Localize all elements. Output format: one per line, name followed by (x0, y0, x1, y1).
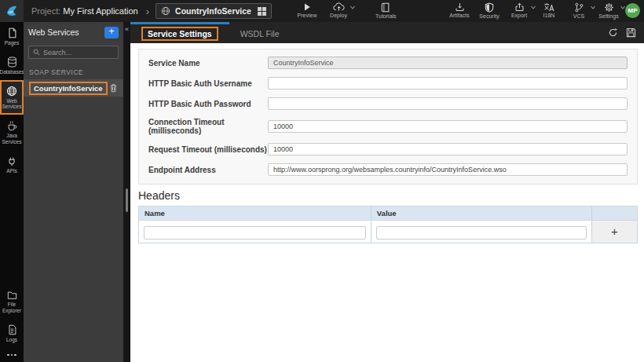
sidebar-item-pages[interactable]: Pages (0, 22, 24, 51)
save-button[interactable] (626, 27, 636, 38)
sidebar-more-button[interactable] (0, 348, 24, 362)
sidebar-item-logs[interactable]: Logs (0, 319, 24, 348)
service-name-highlighted[interactable]: CountryInfoService (29, 82, 108, 95)
user-avatar[interactable]: MP (625, 3, 640, 18)
settings-content: Service Name HTTP Basic Auth Username HT… (130, 43, 644, 362)
app-logo[interactable] (0, 0, 24, 22)
header-value-input[interactable] (376, 226, 587, 240)
headers-table-row: + (139, 220, 637, 243)
deploy-button[interactable]: Deploy (328, 2, 349, 18)
connection-timeout-label: Connection Timeout (milliseconds) (148, 118, 268, 135)
sidebar-label-databases: Databases (0, 69, 24, 75)
form-row-request-timeout: Request Timeout (milliseconds) (148, 143, 628, 155)
grid-toggle-icon[interactable] (258, 7, 266, 16)
breadcrumb-service-tab[interactable]: CountryInfoService (156, 3, 272, 19)
soap-service-section-label: SOAP SERVICE (29, 68, 118, 76)
artifacts-label: Artifacts (449, 13, 469, 18)
globe-icon (161, 6, 170, 16)
panel-divider: « (123, 22, 130, 362)
project-name: My First Application (63, 6, 137, 16)
tab-wsdl-file[interactable]: WSDL File (229, 22, 291, 43)
play-icon (302, 2, 312, 12)
header-name-cell (139, 221, 371, 243)
form-row-password: HTTP Basic Auth Password (148, 97, 628, 110)
tab-bar: Service Settings WSDL File (130, 22, 644, 43)
api-plug-icon (7, 155, 17, 166)
refresh-button[interactable] (608, 27, 618, 38)
ellipsis-icon (7, 354, 9, 357)
sidebar-label-logs: Logs (6, 337, 17, 343)
log-file-icon (7, 324, 17, 335)
sidebar-item-apis[interactable]: APIs (0, 150, 24, 179)
tab-service-settings-label: Service Settings (141, 27, 218, 41)
security-button[interactable]: Security (479, 2, 499, 19)
deploy-label: Deploy (330, 13, 347, 18)
sidebar-item-file-explorer[interactable]: File Explorer (0, 285, 24, 319)
globe-icon (6, 86, 17, 97)
auth-password-label: HTTP Basic Auth Password (148, 100, 268, 108)
left-nav-sidebar: Pages Databases Web Services Java Servic… (0, 22, 24, 362)
project-title: Project: My First Application (31, 6, 138, 16)
shield-icon (485, 2, 494, 13)
refresh-icon (608, 27, 618, 38)
sidebar-spacer (0, 179, 24, 286)
main-area: Service Settings WSDL File (130, 22, 644, 362)
add-service-button[interactable]: + (104, 27, 119, 38)
top-bar: Project: My First Application › CountryI… (0, 0, 644, 22)
form-row-endpoint: Endpoint Address (148, 163, 628, 176)
coffee-icon (7, 120, 17, 131)
database-icon (7, 57, 17, 68)
book-icon (381, 2, 390, 13)
service-list-item[interactable]: CountryInfoService (24, 79, 123, 97)
add-header-row-button[interactable]: + (608, 225, 621, 237)
chevron-down-icon (350, 5, 355, 9)
auth-password-input[interactable] (268, 97, 628, 110)
service-search (28, 46, 119, 59)
sidebar-label-file-explorer: File Explorer (2, 302, 22, 314)
upload-icon (514, 2, 525, 12)
security-label: Security (479, 13, 499, 19)
settings-button[interactable]: Settings (598, 2, 619, 19)
web-services-panel: Web Services + SOAP SERVICE CountryInfoS… (24, 22, 123, 362)
i18n-button[interactable]: I18N (539, 2, 559, 18)
headers-section: Headers Name Value + (138, 189, 638, 243)
collapse-panel-button[interactable]: « (123, 26, 130, 33)
project-label: Project: (31, 6, 60, 16)
export-button[interactable]: Export (509, 2, 529, 18)
column-header-action (591, 207, 637, 220)
header-name-input[interactable] (144, 226, 366, 240)
breadcrumb-chevron-icon: › (146, 5, 149, 17)
wavemaker-logo-icon (5, 4, 19, 18)
gear-icon (604, 2, 614, 13)
search-input[interactable] (43, 49, 114, 57)
vertical-scrollbar[interactable] (126, 188, 128, 212)
connection-timeout-input[interactable] (268, 120, 628, 133)
auth-username-input[interactable] (268, 77, 628, 90)
tab-service-settings[interactable]: Service Settings (130, 22, 229, 43)
headers-table-head: Name Value (139, 207, 637, 220)
vcs-label: VCS (573, 13, 584, 19)
column-header-value: Value (371, 207, 591, 220)
panel-header: Web Services + (24, 22, 123, 42)
endpoint-address-label: Endpoint Address (148, 166, 268, 174)
tutorials-button[interactable]: Tutorials (375, 2, 397, 19)
tab-wsdl-file-label: WSDL File (240, 29, 280, 38)
sidebar-label-pages: Pages (5, 40, 19, 46)
breadcrumb-service-name: CountryInfoService (175, 6, 251, 16)
sidebar-label-apis: APIs (6, 168, 17, 174)
preview-button[interactable]: Preview (297, 2, 317, 18)
delete-service-button[interactable] (109, 83, 118, 93)
sidebar-label-web-services: Web Services (2, 98, 22, 111)
headers-title: Headers (138, 189, 638, 202)
vcs-button[interactable]: VCS (569, 2, 589, 19)
sidebar-item-java-services[interactable]: Java Services (0, 115, 24, 150)
endpoint-address-input[interactable] (268, 163, 628, 176)
download-icon (455, 2, 465, 12)
header-value-cell (371, 221, 591, 243)
settings-label: Settings (598, 13, 618, 19)
i18n-label: I18N (543, 13, 555, 18)
sidebar-item-databases[interactable]: Databases (0, 51, 24, 80)
request-timeout-input[interactable] (268, 143, 628, 155)
artifacts-button[interactable]: Artifacts (449, 2, 470, 18)
sidebar-item-web-services[interactable]: Web Services (0, 80, 24, 115)
